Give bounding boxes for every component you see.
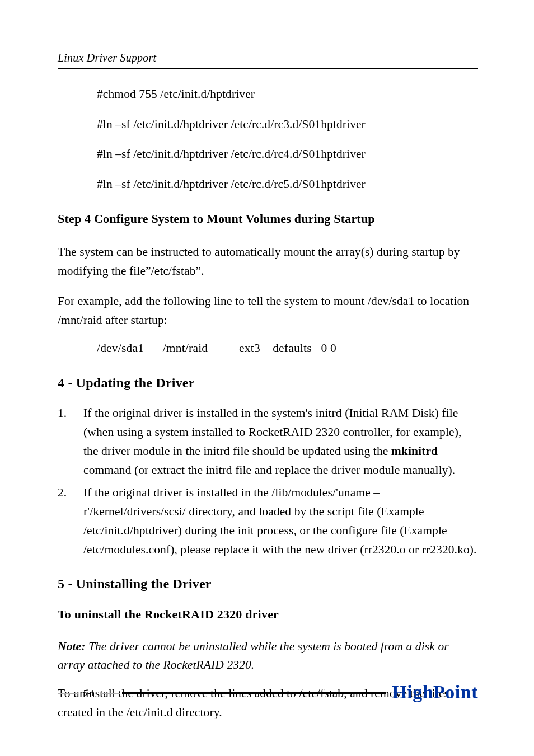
brand-logo: HighPoint xyxy=(392,682,478,703)
step4-heading: Step 4 Configure System to Mount Volumes… xyxy=(58,212,478,226)
page-number-wrap: 5-4 xyxy=(58,689,120,698)
list-item-bold: mkinitrd xyxy=(391,444,438,458)
section4-list: 1. If the original driver is installed i… xyxy=(58,404,478,560)
section5-note: Note: The driver cannot be uninstalled w… xyxy=(58,637,478,675)
step4-paragraph-1: The system can be instructed to automati… xyxy=(58,243,478,281)
list-item-number: 1. xyxy=(58,404,83,480)
list-item-number: 2. xyxy=(58,483,83,560)
list-item: 1. If the original driver is installed i… xyxy=(58,404,478,480)
command-line: #ln –sf /etc/init.d/hptdriver /etc/rc.d/… xyxy=(97,148,478,161)
list-item-text-post: command (or extract the initrd file and … xyxy=(83,463,455,477)
fstab-line: /dev/sda1 /mnt/raid ext3 defaults 0 0 xyxy=(97,341,478,355)
list-item: 2. If the original driver is installed i… xyxy=(58,483,478,560)
command-block: #chmod 755 /etc/init.d/hptdriver #ln –sf… xyxy=(97,88,478,190)
page-footer: 5-4 HighPoint xyxy=(58,682,478,705)
list-item-body: If the original driver is installed in t… xyxy=(83,483,478,560)
footer-rule-mid xyxy=(100,693,120,694)
command-line: #ln –sf /etc/init.d/hptdriver /etc/rc.d/… xyxy=(97,119,478,131)
list-item-body: If the original driver is installed in t… xyxy=(83,404,478,480)
running-header: Linux Driver Support xyxy=(58,51,478,69)
step4-paragraph-2: For example, add the following line to t… xyxy=(58,292,478,330)
footer-rule-left xyxy=(58,693,78,694)
list-item-text-pre: If the original driver is installed in t… xyxy=(83,486,477,556)
page-body: Linux Driver Support #chmod 755 /etc/ini… xyxy=(0,0,534,722)
section5-heading: 5 - Uninstalling the Driver xyxy=(58,576,478,591)
section5-subheading: To uninstall the RocketRAID 2320 driver xyxy=(58,607,478,622)
footer-rule-main xyxy=(122,692,387,694)
page-number: 5-4 xyxy=(78,689,100,698)
note-label: Note: xyxy=(58,640,85,653)
section4-heading: 4 - Updating the Driver xyxy=(58,375,478,391)
command-line: #ln –sf /etc/init.d/hptdriver /etc/rc.d/… xyxy=(97,179,478,191)
note-body: The driver cannot be uninstalled while t… xyxy=(58,640,449,672)
command-line: #chmod 755 /etc/init.d/hptdriver xyxy=(97,88,478,101)
